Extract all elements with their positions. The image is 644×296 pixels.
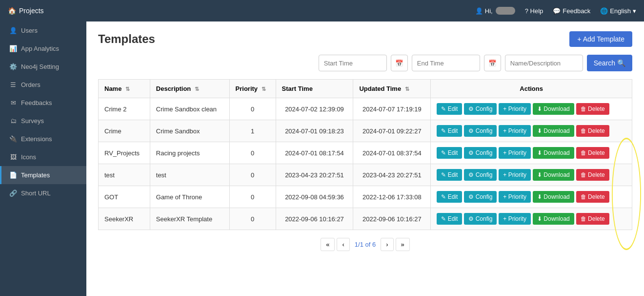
help-link[interactable]: ? Help — [525, 7, 543, 15]
edit-button[interactable]: ✎ Edit — [437, 147, 462, 159]
link-icon: 🔗 — [9, 190, 17, 197]
globe-icon: 🌐 — [600, 7, 608, 15]
sidebar-label-orders: Orders — [21, 81, 40, 88]
add-template-button[interactable]: + Add Template — [569, 31, 632, 47]
edit-button[interactable]: ✎ Edit — [437, 169, 462, 181]
config-button[interactable]: ⚙ Config — [464, 125, 497, 137]
cell-priority: 0 — [229, 98, 276, 120]
delete-button[interactable]: 🗑 Delete — [576, 191, 609, 203]
edit-button[interactable]: ✎ Edit — [437, 213, 462, 225]
table-row: GOT Game of Throne 0 2022-09-08 04:59:36… — [99, 186, 632, 208]
priority-button[interactable]: + Priority — [499, 213, 531, 225]
action-group: ✎ Edit ⚙ Config + Priority ⬇ Download 🗑 … — [437, 191, 626, 203]
action-group: ✎ Edit ⚙ Config + Priority ⬇ Download 🗑 … — [437, 147, 626, 159]
priority-button[interactable]: + Priority — [499, 103, 531, 115]
sidebar-item-neo4j[interactable]: ⚙️ Neo4j Setting — [0, 58, 86, 76]
brand-label: Projects — [19, 7, 44, 15]
sidebar-item-app-analytics[interactable]: 📊 App Analytics — [0, 40, 86, 58]
next-page-button[interactable]: › — [381, 238, 393, 251]
cell-priority: 0 — [229, 164, 276, 186]
download-button[interactable]: ⬇ Download — [533, 125, 574, 137]
sidebar-item-templates[interactable]: 📄 Templates — [0, 166, 86, 184]
edit-button[interactable]: ✎ Edit — [437, 103, 462, 115]
main-layout: 👤 Users 📊 App Analytics ⚙️ Neo4j Setting… — [0, 21, 644, 296]
config-button[interactable]: ⚙ Config — [464, 169, 497, 181]
download-button[interactable]: ⬇ Download — [533, 213, 574, 225]
priority-button[interactable]: + Priority — [499, 147, 531, 159]
config-button[interactable]: ⚙ Config — [464, 213, 497, 225]
templates-table: Name ⇅ Description ⇅ Priority ⇅ Start Ti… — [98, 79, 632, 230]
col-updated-time: Updated Time ⇅ — [353, 80, 431, 98]
sidebar-item-users[interactable]: 👤 Users — [0, 21, 86, 40]
download-button[interactable]: ⬇ Download — [533, 147, 574, 159]
cell-description: Crime Sandbox — [150, 120, 229, 142]
sort-name-icon[interactable]: ⇅ — [125, 86, 130, 92]
top-nav-right: 👤 Hi, ? Help 💬 Feedback 🌐 English ▾ — [475, 7, 636, 15]
cell-actions: ✎ Edit ⚙ Config + Priority ⬇ Download 🗑 … — [431, 142, 632, 164]
table-row: Crime 2 Crime Sandbox clean 0 2024-07-02… — [99, 98, 632, 120]
priority-button[interactable]: + Priority — [499, 191, 531, 203]
delete-button[interactable]: 🗑 Delete — [576, 125, 609, 137]
action-group: ✎ Edit ⚙ Config + Priority ⬇ Download 🗑 … — [437, 125, 626, 137]
cell-name: SeekerXR — [99, 208, 150, 230]
sidebar-item-orders[interactable]: ☰ Orders — [0, 76, 86, 94]
name-description-input[interactable] — [505, 55, 583, 71]
edit-button[interactable]: ✎ Edit — [437, 125, 462, 137]
cell-updated-time: 2024-07-07 17:19:19 — [353, 98, 431, 120]
download-button[interactable]: ⬇ Download — [533, 191, 574, 203]
first-page-button[interactable]: « — [321, 238, 335, 251]
sidebar-label-templates: Templates — [21, 171, 50, 179]
action-group: ✎ Edit ⚙ Config + Priority ⬇ Download 🗑 … — [437, 103, 626, 115]
cell-start-time: 2023-04-23 20:27:51 — [276, 164, 353, 186]
settings-icon: ⚙️ — [9, 63, 17, 70]
cell-updated-time: 2024-07-01 08:37:54 — [353, 142, 431, 164]
download-button[interactable]: ⬇ Download — [533, 169, 574, 181]
extensions-icon: 🔌 — [9, 135, 17, 143]
cell-updated-time: 2024-07-01 09:22:27 — [353, 120, 431, 142]
col-priority: Priority ⇅ — [229, 80, 276, 98]
cell-start-time: 2024-07-02 12:39:09 — [276, 98, 353, 120]
sort-priority-icon[interactable]: ⇅ — [262, 86, 266, 92]
sort-updated-icon[interactable]: ⇅ — [405, 86, 409, 92]
user-icon: 👤 — [475, 7, 483, 15]
download-button[interactable]: ⬇ Download — [533, 103, 574, 115]
edit-button[interactable]: ✎ Edit — [437, 191, 462, 203]
end-time-input[interactable] — [412, 55, 480, 71]
sidebar-item-icons[interactable]: 🖼 Icons — [0, 148, 86, 166]
home-icon: 🏠 — [8, 7, 16, 15]
sort-desc-icon[interactable]: ⇅ — [195, 86, 199, 92]
last-page-button[interactable]: » — [396, 238, 410, 251]
start-time-input[interactable] — [319, 55, 387, 71]
priority-button[interactable]: + Priority — [499, 169, 531, 181]
sidebar-item-short-url[interactable]: 🔗 Short URL — [0, 184, 86, 202]
sidebar-item-feedbacks[interactable]: ✉ Feedbacks — [0, 94, 86, 112]
start-time-calendar-button[interactable]: 📅 — [391, 55, 408, 71]
language-selector[interactable]: 🌐 English ▾ — [600, 7, 636, 15]
config-button[interactable]: ⚙ Config — [464, 191, 497, 203]
search-button[interactable]: Search 🔍 — [587, 55, 632, 71]
delete-button[interactable]: 🗑 Delete — [576, 169, 609, 181]
sidebar-item-extensions[interactable]: 🔌 Extensions — [0, 130, 86, 148]
delete-button[interactable]: 🗑 Delete — [576, 213, 609, 225]
feedback-link[interactable]: 💬 Feedback — [553, 7, 590, 15]
config-button[interactable]: ⚙ Config — [464, 147, 497, 159]
prev-page-button[interactable]: ‹ — [337, 238, 349, 251]
col-actions: Actions — [431, 80, 632, 98]
end-time-calendar-button[interactable]: 📅 — [484, 55, 501, 71]
cell-updated-time: 2022-09-06 10:16:27 — [353, 208, 431, 230]
delete-button[interactable]: 🗑 Delete — [576, 147, 609, 159]
user-menu[interactable]: 👤 Hi, — [475, 7, 515, 15]
cell-name: GOT — [99, 186, 150, 208]
templates-table-wrapper: Name ⇅ Description ⇅ Priority ⇅ Start Ti… — [98, 79, 632, 230]
feedbacks-icon: ✉ — [9, 99, 17, 106]
page-title: Templates — [98, 32, 155, 46]
config-button[interactable]: ⚙ Config — [464, 103, 497, 115]
col-name: Name ⇅ — [99, 80, 150, 98]
priority-button[interactable]: + Priority — [499, 125, 531, 137]
sidebar-label-short-url: Short URL — [21, 190, 51, 197]
sidebar-item-surveys[interactable]: 🗂 Surveys — [0, 112, 86, 130]
user-avatar — [496, 7, 515, 15]
table-body: Crime 2 Crime Sandbox clean 0 2024-07-02… — [99, 98, 632, 230]
delete-button[interactable]: 🗑 Delete — [576, 103, 609, 115]
brand-link[interactable]: 🏠 Projects — [8, 7, 44, 15]
